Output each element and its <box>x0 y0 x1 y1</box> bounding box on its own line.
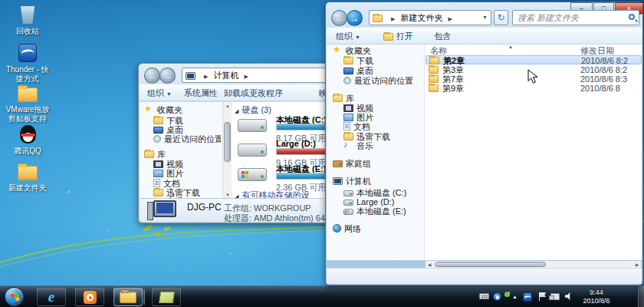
show-hidden-icons-button[interactable]: ▲ <box>512 294 518 299</box>
star-icon <box>144 105 154 114</box>
command-bar: 组织▼ 打开 包含 <box>327 28 642 45</box>
picture-icon <box>343 114 353 121</box>
sticky-note-icon <box>158 292 174 303</box>
navigation-pane: 收藏夹 下载 桌面 最近访问的位置 库 视频 图片 文档 迅雷下载 音乐 <box>140 102 222 200</box>
nav-desktop[interactable]: 桌面 <box>343 66 373 76</box>
desktop-icon-label: 腾讯QQ <box>3 147 52 156</box>
processor-text: 处理器: AMD Athlon(tm) 64 <box>224 213 325 224</box>
file-name: 第2章 <box>443 56 465 65</box>
desktop-icon-label: VMware拖放剪贴板支持 <box>3 105 52 124</box>
desktop-icon-label: Thunder - 快捷方式 <box>3 65 52 84</box>
system-properties-button[interactable]: 系统属性 <box>184 87 218 99</box>
nav-network[interactable]: 网络 <box>333 224 361 234</box>
forward-button[interactable]: → <box>347 10 363 26</box>
video-icon <box>343 104 353 112</box>
file-date: 2010/8/6 8 <box>580 84 620 93</box>
refresh-button[interactable]: ↻ <box>494 10 508 25</box>
recent-places-icon <box>153 135 161 143</box>
back-button[interactable]: ← <box>144 68 160 84</box>
input-method-keyboard-icon[interactable] <box>479 293 489 299</box>
drive-icon-d[interactable] <box>238 144 267 157</box>
folder-icon <box>429 57 439 64</box>
folder-icon <box>373 15 383 22</box>
organize-button[interactable]: 组织▼ <box>147 87 172 99</box>
nav-recent-places[interactable]: 最近访问的位置 <box>343 76 413 86</box>
address-dropdown-icon[interactable]: ▼ <box>479 11 491 25</box>
library-icon <box>144 150 154 158</box>
media-player-icon <box>84 291 97 304</box>
qq-tray-icon[interactable] <box>493 292 501 301</box>
taskbar-ie-button[interactable]: e <box>37 288 66 306</box>
desktop-icon-qq[interactable]: 腾讯QQ <box>3 125 52 156</box>
hdd-section-header[interactable]: ◢硬盘 (3) <box>235 104 271 116</box>
address-bar[interactable]: ▶ 计算机 ▶ <box>182 68 335 83</box>
desktop-icon-new-folder[interactable]: 新建文件夹 <box>3 163 52 193</box>
file-row[interactable]: 第9章 2010/8/6 8 <box>426 84 642 93</box>
internet-explorer-icon: e <box>48 289 54 305</box>
new-folder-window[interactable]: – □ × ← → ▼ ▶ 新建文件夹 ▶ ↻ 搜索 新建文件夹 组织▼ 打开 … <box>325 2 643 286</box>
homegroup-icon <box>333 160 343 167</box>
window-body: 收藏夹 下载 桌面 最近访问的位置 库 视频 图片 文档 迅雷下载 音乐 家庭组… <box>327 45 642 260</box>
library-icon <box>333 94 343 102</box>
nav-pictures[interactable]: 图片 <box>153 169 183 179</box>
nav-favorites[interactable]: 收藏夹 <box>333 46 371 56</box>
file-name: 第7章 <box>442 74 464 84</box>
action-center-flag-icon[interactable] <box>539 292 540 301</box>
computer-details-icon <box>147 200 178 222</box>
drive-icon-e-windows[interactable] <box>238 168 267 181</box>
monitor-icon <box>343 68 353 74</box>
breadcrumb-arrow: ▶ <box>242 74 251 79</box>
nav-computer[interactable]: 计算机 <box>333 177 371 187</box>
mouse-cursor <box>527 69 538 84</box>
address-bar[interactable]: ▼ ▶ 新建文件夹 ▶ <box>369 10 491 25</box>
search-placeholder: 搜索 新建文件夹 <box>518 13 579 22</box>
nav-homegroup[interactable]: 家庭组 <box>333 159 371 169</box>
computer-icon <box>333 177 343 185</box>
breadcrumb[interactable]: 新建文件夹 <box>401 13 443 22</box>
desktop-icon-thunder[interactable]: Thunder - 快捷方式 <box>3 44 52 84</box>
folder-icon <box>18 166 38 180</box>
clock-date: 2010/8/6 <box>583 297 610 305</box>
breadcrumb[interactable]: 计算机 <box>214 71 239 80</box>
start-button[interactable] <box>5 287 24 306</box>
system-tray: ▲ 9:44 2010/8/6 <box>475 286 644 307</box>
nav-libraries[interactable]: 库 <box>144 150 166 160</box>
drive-icon-c[interactable] <box>238 119 267 132</box>
organize-button[interactable]: 组织▼ <box>336 30 360 42</box>
back-button[interactable]: ← <box>331 10 347 26</box>
nav-documents[interactable]: 文档 <box>343 122 370 132</box>
nav-scrollbar[interactable]: ▲ ▼ <box>222 102 232 200</box>
scroll-thumb[interactable] <box>435 262 546 267</box>
nav-recent-places[interactable]: 最近访问的位置 <box>153 134 221 144</box>
network-tray-icon[interactable] <box>550 293 560 300</box>
desktop-icon-vmware[interactable]: VMware拖放剪贴板支持 <box>3 84 52 124</box>
show-desktop-button[interactable] <box>637 286 644 307</box>
forward-button[interactable]: → <box>159 68 176 84</box>
nav-libraries[interactable]: 库 <box>333 94 354 104</box>
uninstall-program-button[interactable]: 卸载或更改程序 <box>224 87 283 99</box>
volume-speaker-icon[interactable] <box>565 292 572 300</box>
nav-favorites[interactable]: 收藏夹 <box>144 105 182 115</box>
tray-app-icon[interactable] <box>504 292 510 297</box>
folder-icon <box>429 84 439 92</box>
taskbar-media-player-button[interactable] <box>75 288 104 306</box>
taskbar-clock[interactable]: 9:44 2010/8/6 <box>577 289 616 305</box>
nav-drive-e[interactable]: 本地磁盘 (E:) <box>343 206 406 216</box>
desktop-icon-recycle-bin[interactable]: 回收站 <box>3 4 52 36</box>
taskbar-sticky-notes-button[interactable] <box>152 288 181 306</box>
search-box[interactable]: 搜索 新建文件夹 <box>512 10 639 25</box>
nav-downloads[interactable]: 下载 <box>343 56 373 66</box>
nav-music[interactable]: 音乐 <box>343 141 373 151</box>
taskbar-explorer-button[interactable] <box>113 288 143 306</box>
drive-name[interactable]: Large (D:) <box>276 139 316 148</box>
star-icon <box>333 46 343 54</box>
collapse-arrow-icon: ◢ <box>235 108 242 114</box>
file-row-selected[interactable]: 第2章 2010/8/6 8:2 <box>426 55 642 64</box>
thunder-tray-icon[interactable] <box>523 292 532 302</box>
scroll-thumb[interactable] <box>224 122 231 162</box>
qq-penguin-icon <box>20 125 36 144</box>
file-date: 2010/8/6 8:3 <box>580 74 627 84</box>
include-in-library-button[interactable]: 包含 <box>434 30 451 42</box>
open-button[interactable]: 打开 <box>383 30 413 42</box>
search-icon <box>629 14 635 20</box>
